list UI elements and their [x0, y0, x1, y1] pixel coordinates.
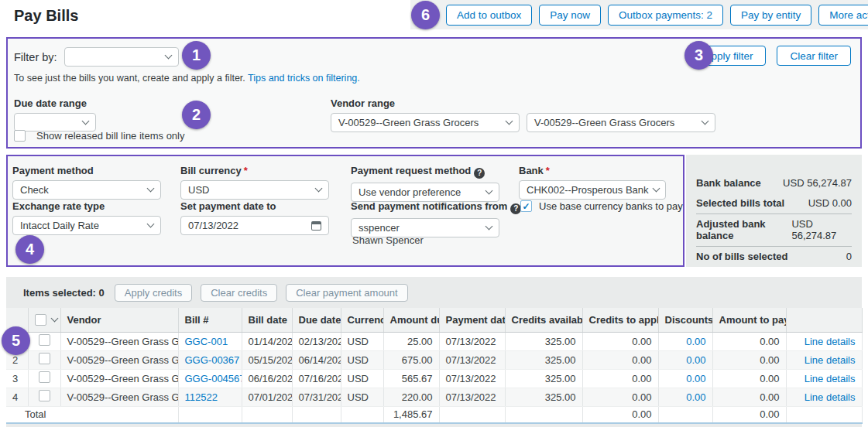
line-details-link[interactable]: Line details [805, 391, 856, 403]
cell-line-details: Line details [786, 350, 862, 369]
selected-bills-total-value: USD 0.00 [808, 197, 852, 209]
clear-filter-button[interactable]: Clear filter [777, 46, 851, 66]
cell-payment-date: 07/13/2022 [439, 388, 505, 406]
due-date-range-select[interactable] [14, 113, 96, 132]
cell-amount-to-pay: 0.00 [712, 332, 786, 350]
discounts-link[interactable]: 0.00 [686, 354, 705, 366]
use-base-currency-label: Use base currency banks to pay [539, 200, 683, 213]
more-actions-button[interactable]: More actions [818, 5, 868, 26]
filter-by-select[interactable] [64, 47, 179, 67]
bill-link[interactable]: GGG-00367 [185, 354, 240, 366]
cell-credits-to-apply: 0.00 [582, 350, 658, 369]
help-icon[interactable] [474, 168, 485, 179]
chevron-down-icon [164, 52, 172, 60]
payment-date-input[interactable]: 07/13/2022 [180, 216, 329, 235]
select-all-checkbox[interactable] [35, 314, 46, 326]
vendor-range-to-select[interactable]: V-00529--Green Grass Grocers [527, 113, 715, 132]
cell-vendor: V-00529--Green Grass Grocers [60, 369, 178, 388]
apply-credits-button[interactable]: Apply credits [115, 284, 192, 302]
cell-bill-number: GGC-001 [178, 332, 242, 350]
selected-bills-total-label: Selected bills total [696, 197, 784, 209]
filter-by-label: Filter by: [14, 51, 57, 63]
payment-panel: Payment method Check Bill currency USD P… [6, 155, 684, 267]
show-released-label: Show released bill line items only [36, 130, 184, 142]
discounts-link[interactable]: 0.00 [686, 336, 705, 347]
cell-vendor: V-00529--Green Grass Grocers [60, 350, 178, 369]
table-row: 1 V-00529--Green Grass Grocers GGC-001 0… [6, 332, 862, 350]
vendor-range-from-select[interactable]: V-00529--Green Grass Grocers [331, 113, 520, 132]
col-amount-due: Amount due [383, 308, 439, 332]
cell-amount-to-pay: 0.00 [712, 350, 786, 369]
cell-bill-date: 07/01/2022 [242, 388, 292, 406]
vendor-to-value: V-00529--Green Grass Grocers [534, 117, 674, 128]
items-selected-label: Items selected: 0 [23, 287, 105, 299]
payment-method-select[interactable]: Check [12, 180, 161, 200]
bills-selected-count-value: 0 [846, 251, 852, 262]
send-notifications-value: sspencer [359, 222, 400, 234]
chevron-down-icon[interactable] [50, 314, 58, 322]
pay-now-button[interactable]: Pay now [539, 5, 601, 26]
adjusted-bank-balance-value: USD 56,274.87 [791, 218, 852, 241]
bills-selected-count-label: No of bills selected [696, 251, 787, 262]
set-payment-date-label: Set payment date to [180, 200, 329, 212]
discounts-link[interactable]: 0.00 [686, 373, 705, 384]
row-checkbox[interactable] [39, 334, 50, 346]
cell-payment-date: 07/13/2022 [439, 369, 505, 388]
bank-balance-label: Bank balance [696, 177, 761, 189]
chevron-down-icon [315, 185, 323, 193]
table-row: 3 V-00529--Green Grass Grocers GGG-00456… [6, 369, 862, 388]
cell-discounts: 0.00 [658, 350, 712, 369]
col-vendor: Vendor [60, 308, 178, 332]
callout-6: 6 [411, 1, 440, 29]
exchange-rate-type-label: Exchange rate type [12, 200, 161, 212]
pay-by-entity-button[interactable]: Pay by entity [730, 5, 811, 26]
line-details-link[interactable]: Line details [805, 336, 856, 347]
cell-bill-number: 112522 [178, 388, 242, 406]
total-amount-due: 1,485.67 [383, 406, 439, 423]
cell-amount-due: 25.00 [383, 332, 439, 350]
cell-vendor: V-00529--Green Grass Grocers [60, 332, 178, 350]
show-released-checkbox[interactable] [14, 130, 26, 142]
clear-credits-button[interactable]: Clear credits [201, 284, 277, 302]
add-to-outbox-button[interactable]: Add to outbox [446, 5, 532, 26]
calendar-icon[interactable] [311, 221, 321, 231]
bank-select[interactable]: CHK002--Prosperous Bank [519, 180, 666, 200]
line-details-link[interactable]: Line details [805, 354, 856, 366]
discounts-link[interactable]: 0.00 [686, 391, 705, 403]
exchange-rate-type-select[interactable]: Intacct Daily Rate [12, 216, 161, 235]
col-credits-available: Credits available [505, 308, 582, 332]
cell-currency: USD [341, 332, 383, 350]
table-header-row: Vendor Bill # Bill date Due date Currenc… [6, 308, 862, 332]
sender-full-name: Shawn Spencer [352, 234, 424, 246]
chevron-down-icon [652, 185, 660, 193]
row-select-cell [28, 332, 60, 350]
cell-currency: USD [341, 350, 383, 369]
callout-3: 3 [684, 41, 713, 70]
row-checkbox[interactable] [39, 390, 50, 401]
col-bill-number: Bill # [178, 308, 242, 332]
clear-payment-amount-button[interactable]: Clear payment amount [286, 284, 408, 302]
row-checkbox[interactable] [39, 371, 50, 383]
bill-link[interactable]: GGG-0045678 [185, 373, 242, 384]
chevron-down-icon [147, 185, 155, 193]
col-discounts: Discounts [658, 308, 712, 332]
filter-tips-link[interactable]: Tips and tricks on filtering. [248, 73, 360, 84]
vendor-range-label: Vendor range [331, 97, 715, 109]
line-details-link[interactable]: Line details [805, 373, 856, 384]
payment-method-label: Payment method [12, 165, 161, 176]
required-asterisk [242, 165, 248, 176]
bill-link[interactable]: GGC-001 [185, 336, 228, 347]
row-checkbox[interactable] [39, 353, 50, 364]
bill-link[interactable]: 112522 [185, 391, 218, 403]
payment-request-method-select[interactable]: Use vendor preference [351, 183, 499, 202]
use-base-currency-checkbox[interactable] [520, 200, 532, 212]
chevron-down-icon [702, 118, 709, 125]
row-select-cell [28, 388, 60, 406]
cell-line-details: Line details [786, 332, 862, 350]
cell-discounts: 0.00 [658, 388, 712, 406]
bill-currency-select[interactable]: USD [180, 180, 329, 200]
payment-request-method-value: Use vendor preference [359, 186, 461, 198]
row-select-cell [28, 369, 60, 388]
chevron-down-icon [506, 118, 513, 125]
outbox-payments-button[interactable]: Outbox payments: 2 [608, 5, 723, 26]
